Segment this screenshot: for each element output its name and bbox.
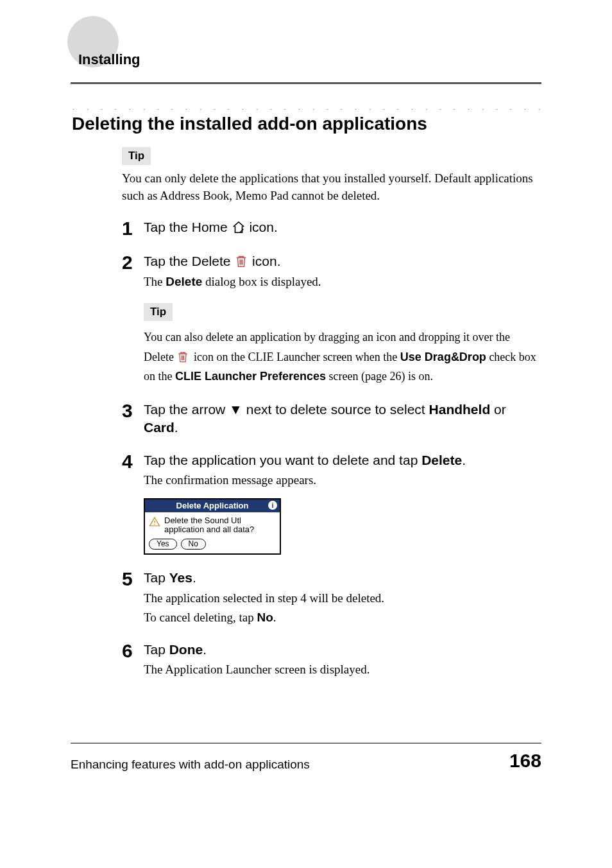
dialog-yes-button[interactable]: Yes	[149, 539, 177, 550]
step-3-join: or	[490, 402, 506, 417]
step-4-pre: Tap the application you want to delete a…	[144, 453, 421, 467]
svg-point-1	[154, 524, 155, 525]
tip-label: Tip	[122, 147, 151, 165]
step-3: 3 Tap the arrow ▼ next to delete source …	[122, 401, 541, 437]
step-4-bold: Delete	[421, 453, 462, 467]
step-5: 5 Tap Yes. The application selected in s…	[122, 569, 541, 627]
tip2-t2-post: check	[486, 351, 519, 363]
step-1-pre: Tap the Home	[144, 220, 232, 234]
step-6-pre: Tap	[144, 642, 169, 657]
footer-rule	[71, 743, 541, 743]
step-6-sub: The Application Launcher screen is displ…	[144, 661, 541, 679]
footer: Enhancing features with add-on applicati…	[71, 750, 541, 772]
intro-tip-block: Tip You can only delete the applications…	[122, 147, 541, 204]
step-6-end: .	[203, 642, 207, 657]
step-6-bold: Done	[169, 642, 203, 657]
step-3-mid: next to delete source to select	[242, 402, 429, 417]
step-5-end: .	[192, 570, 196, 585]
step-number: 2	[122, 252, 144, 272]
step-3-headline: Tap the arrow ▼ next to delete source to…	[144, 401, 541, 437]
step-2-tip-body: You can also delete an application by dr…	[144, 327, 541, 386]
step-5-sub2-pre: To cancel deleting, tap	[144, 611, 257, 624]
step-number: 3	[122, 401, 144, 421]
tip2-t1: You can also delete an application by dr…	[144, 331, 510, 343]
step-6: 6 Tap Done. The Application Launcher scr…	[122, 641, 541, 679]
down-arrow-icon: ▼	[229, 402, 242, 417]
step-2-sub: The Delete dialog box is displayed.	[144, 273, 541, 291]
step-4-headline: Tap the application you want to delete a…	[144, 451, 541, 469]
footer-chapter: Enhancing features with add-on applicati…	[71, 758, 310, 772]
tip2-t3-bold: CLIE Launcher Preferences	[175, 370, 326, 383]
step-5-pre: Tap	[144, 570, 169, 585]
dialog-message: Delete the Sound Utl application and all…	[164, 515, 277, 535]
confirmation-dialog: Delete Application i Delete the Sound Ut…	[144, 498, 541, 555]
step-1: 1 Tap the Home icon.	[122, 218, 541, 238]
step-3-bold-b: Card	[144, 420, 174, 435]
intro-tip-text: You can only delete the applications tha…	[122, 170, 541, 204]
step-2-sub-post: dialog box is displayed.	[202, 275, 321, 288]
tip2-t2-mid: icon on the CLIE Launcher screen when th…	[194, 351, 400, 363]
header-rule	[71, 82, 541, 84]
step-2-post: icon.	[252, 254, 280, 268]
delete-trash-icon	[234, 254, 248, 268]
tip2-t3-post: screen (page 26) is on.	[326, 370, 433, 383]
dialog-title: Delete Application	[176, 501, 249, 510]
step-5-sub2: To cancel deleting, tap No.	[144, 609, 541, 627]
step-5-headline: Tap Yes.	[144, 569, 541, 587]
step-number: 4	[122, 451, 144, 471]
home-icon	[232, 220, 246, 234]
step-number: 5	[122, 569, 144, 589]
step-3-pre: Tap the arrow	[144, 402, 229, 417]
step-2-tip-block: Tip You can also delete an application b…	[144, 295, 541, 386]
step-4: 4 Tap the application you want to delete…	[122, 451, 541, 489]
delete-trash-icon	[176, 350, 191, 364]
step-3-bold-a: Handheld	[429, 402, 491, 417]
info-icon[interactable]: i	[268, 501, 277, 510]
tip-label: Tip	[144, 303, 173, 321]
step-number: 6	[122, 641, 144, 661]
header-band: Installing	[71, 39, 541, 77]
step-6-headline: Tap Done.	[144, 641, 541, 659]
step-2-pre: Tap the Delete	[144, 254, 234, 268]
dotted-separator: . . . . . . . . . . . . . . . . . . . . …	[71, 103, 541, 110]
tip2-t2-bold: Use Drag&Drop	[400, 351, 486, 363]
step-5-sub1: The application selected in step 4 will …	[144, 590, 541, 607]
step-3-end: .	[174, 420, 178, 435]
step-2: 2 Tap the Delete icon. The Delete dialog…	[122, 252, 541, 290]
tip2-t2-pre: Delete	[144, 351, 176, 363]
dialog-titlebar: Delete Application i	[145, 499, 280, 512]
step-5-sub2-bold: No	[257, 611, 273, 624]
section-title: Deleting the installed add-on applicatio…	[72, 114, 540, 134]
step-2-sub-pre: The	[144, 275, 166, 288]
footer-page-number: 168	[509, 750, 541, 772]
step-2-headline: Tap the Delete icon.	[144, 252, 541, 270]
step-number: 1	[122, 218, 144, 238]
dialog-no-button[interactable]: No	[181, 539, 206, 550]
step-1-headline: Tap the Home icon.	[144, 218, 541, 236]
header-section-label: Installing	[71, 39, 541, 68]
step-5-bold: Yes	[169, 570, 192, 585]
warning-icon	[149, 515, 160, 530]
step-1-post: icon.	[249, 220, 277, 234]
step-5-sub2-end: .	[273, 611, 276, 624]
step-4-end: .	[462, 453, 466, 467]
step-4-sub: The confirmation message appears.	[144, 472, 541, 489]
step-2-sub-bold: Delete	[166, 275, 202, 288]
